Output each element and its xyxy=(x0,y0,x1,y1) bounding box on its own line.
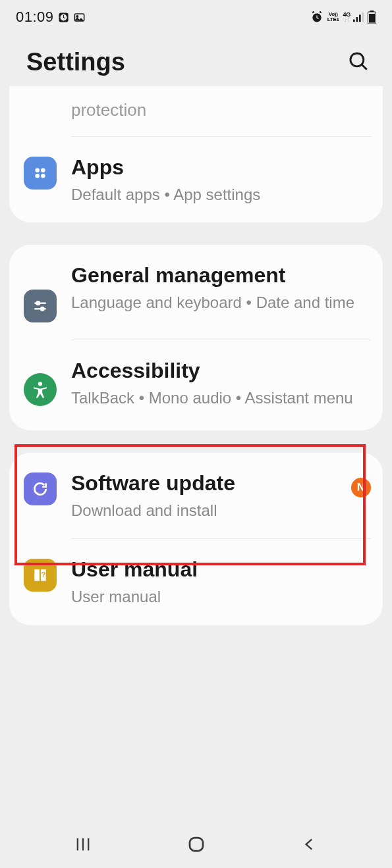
apps-title: Apps xyxy=(71,154,371,180)
partial-subtitle: protection xyxy=(71,99,371,122)
back-icon xyxy=(301,845,318,855)
nav-home-button[interactable] xyxy=(167,828,226,863)
svg-rect-11 xyxy=(369,14,375,23)
nav-recents-button[interactable] xyxy=(54,829,112,862)
svg-point-19 xyxy=(36,302,40,305)
svg-point-3 xyxy=(76,15,78,16)
general-management-icon xyxy=(24,290,57,322)
signal-icon xyxy=(353,12,365,22)
svg-rect-5 xyxy=(353,20,355,22)
svg-point-14 xyxy=(35,168,40,172)
volte-indicator: Vo)) LTE1 xyxy=(327,12,339,22)
svg-point-21 xyxy=(41,307,44,311)
settings-item-accessibility[interactable]: Accessibility TalkBack • Mono audio • As… xyxy=(9,340,383,430)
settings-item-privacy[interactable]: protection xyxy=(9,86,383,136)
svg-rect-6 xyxy=(356,17,358,22)
settings-card-1: protection Apps Default apps • App setti… xyxy=(9,86,383,222)
volte-bottom: LTE1 xyxy=(327,17,339,22)
svg-line-13 xyxy=(362,65,367,70)
clock-app-icon xyxy=(58,12,69,23)
status-bar: 01:09 Vo)) LTE1 4G ↓↑ xyxy=(0,0,392,32)
home-icon xyxy=(186,846,206,856)
search-icon xyxy=(347,64,370,74)
nav-back-button[interactable] xyxy=(281,829,338,861)
page-title: Settings xyxy=(26,48,125,76)
status-right: Vo)) LTE1 4G ↓↑ xyxy=(310,11,376,24)
apps-subtitle: Default apps • App settings xyxy=(71,184,371,205)
status-time: 01:09 xyxy=(16,9,54,26)
network-type: 4G ↓↑ xyxy=(343,12,350,22)
navigation-bar xyxy=(0,822,392,868)
svg-point-22 xyxy=(38,382,42,386)
settings-card-2: General management Language and keyboard… xyxy=(9,245,383,430)
recents-icon xyxy=(74,846,92,855)
svg-text:?: ? xyxy=(42,571,46,578)
app-header: Settings xyxy=(0,32,392,93)
status-left: 01:09 xyxy=(16,9,86,26)
settings-item-general[interactable]: General management Language and keyboard… xyxy=(9,245,383,340)
svg-point-16 xyxy=(35,174,40,178)
svg-rect-27 xyxy=(190,838,203,851)
alarm-icon xyxy=(310,11,323,24)
manual-subtitle: User manual xyxy=(71,586,371,607)
svg-rect-7 xyxy=(359,14,361,22)
general-title: General management xyxy=(71,262,371,288)
battery-icon xyxy=(368,11,376,24)
svg-rect-8 xyxy=(362,13,364,22)
search-button[interactable] xyxy=(343,46,374,78)
highlight-accessibility xyxy=(14,444,366,565)
svg-point-15 xyxy=(41,168,45,172)
accessibility-subtitle: TalkBack • Mono audio • Assistant menu xyxy=(71,388,371,409)
image-icon xyxy=(73,11,86,24)
accessibility-title: Accessibility xyxy=(71,357,371,384)
apps-icon xyxy=(24,157,57,190)
network-arrows: ↓↑ xyxy=(344,17,349,22)
svg-point-12 xyxy=(350,53,364,66)
settings-item-apps[interactable]: Apps Default apps • App settings xyxy=(9,137,383,222)
svg-point-17 xyxy=(41,174,45,178)
accessibility-icon xyxy=(24,373,57,406)
general-subtitle: Language and keyboard • Date and time xyxy=(71,292,371,313)
